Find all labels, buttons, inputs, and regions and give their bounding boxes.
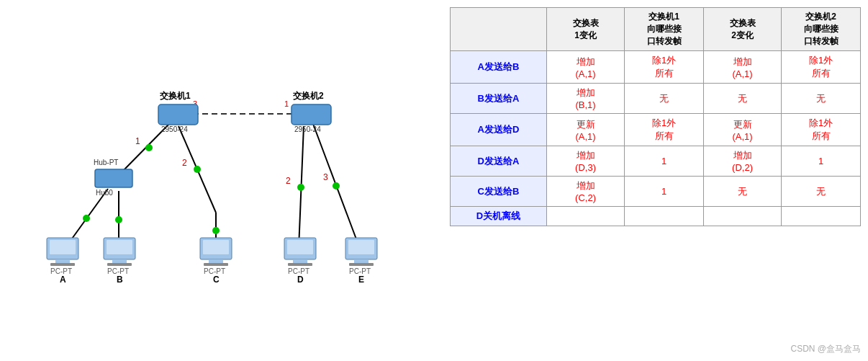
- sw2-change-cell: 增加(A,1): [704, 51, 782, 84]
- svg-rect-49: [287, 240, 313, 254]
- sw2-change-cell: 无: [704, 84, 782, 114]
- sw1-forward-cell: 1: [625, 177, 704, 207]
- col-header-sw1-forward: 交换机1向哪些接口转发帧: [625, 8, 704, 51]
- sw1-change-cell: 增加(A,1): [547, 51, 625, 84]
- sw1-change-cell: 更新(A,1): [547, 114, 625, 146]
- sw2-forward-cell: [782, 207, 861, 226]
- sw2-forward-cell: 无: [782, 177, 861, 207]
- svg-text:1: 1: [284, 99, 289, 108]
- svg-point-19: [333, 182, 340, 190]
- table-row: D发送给A 增加(D,3) 1 增加(D,2) 1: [451, 146, 861, 177]
- sw2-change-cell: 更新(A,1): [704, 114, 782, 146]
- svg-rect-50: [293, 259, 307, 263]
- diagram-area: 3 1 1 2 2: [0, 0, 446, 361]
- svg-rect-21: [158, 104, 198, 125]
- svg-text:E: E: [358, 275, 364, 285]
- watermark: CSDN @盒马盒马: [790, 343, 861, 355]
- action-cell: D关机离线: [451, 207, 547, 226]
- svg-point-4: [145, 144, 153, 151]
- svg-text:交换机2: 交换机2: [293, 91, 324, 101]
- svg-text:B: B: [117, 275, 123, 285]
- svg-rect-27: [95, 169, 132, 187]
- action-cell: C发送给B: [451, 177, 547, 207]
- sw1-forward-cell: 无: [625, 84, 704, 114]
- action-cell: A发送给D: [451, 114, 547, 146]
- sw1-forward-cell: 除1外所有: [625, 114, 704, 146]
- table-row: D关机离线: [451, 207, 861, 226]
- col-header-sw2-change: 交换表2变化: [704, 8, 782, 51]
- table-row: C发送给B 增加(C,2) 1 无 无: [451, 177, 861, 207]
- svg-text:3: 3: [323, 172, 328, 182]
- col-header-action: [451, 8, 547, 51]
- sw2-forward-cell: 无: [782, 84, 861, 114]
- svg-point-10: [83, 215, 90, 222]
- sw1-change-cell: 增加(C,2): [547, 177, 625, 207]
- col-header-sw1-change: 交换表1变化: [547, 8, 625, 51]
- svg-rect-51: [288, 263, 312, 266]
- sw2-change-cell: 增加(D,2): [704, 146, 782, 177]
- svg-point-14: [212, 227, 220, 234]
- svg-rect-45: [204, 263, 228, 266]
- svg-text:Hub-PT: Hub-PT: [94, 159, 118, 166]
- sw2-forward-cell: 除1外所有: [782, 114, 861, 146]
- sw2-change-cell: [704, 207, 782, 226]
- svg-text:2950-24: 2950-24: [294, 125, 321, 133]
- svg-rect-44: [209, 259, 223, 263]
- sw1-forward-cell: 1: [625, 146, 704, 177]
- svg-rect-24: [291, 104, 331, 125]
- table-row: A发送给D 更新(A,1) 除1外所有 更新(A,1) 除1外所有: [451, 114, 861, 146]
- switching-table: 交换表1变化 交换机1向哪些接口转发帧 交换表2变化 交换机2向哪些接口转发帧 …: [450, 7, 861, 226]
- action-cell: A发送给B: [451, 51, 547, 84]
- sw1-change-cell: 增加(B,1): [547, 84, 625, 114]
- col-header-sw2-forward: 交换机2向哪些接口转发帧: [782, 8, 861, 51]
- svg-point-16: [297, 184, 304, 191]
- svg-rect-43: [203, 240, 229, 254]
- svg-text:A: A: [60, 275, 66, 285]
- svg-point-7: [194, 166, 201, 173]
- svg-text:交换机1: 交换机1: [160, 91, 191, 101]
- svg-rect-38: [112, 259, 127, 263]
- svg-text:2: 2: [182, 158, 187, 168]
- svg-rect-33: [50, 263, 75, 266]
- sw1-forward-cell: [625, 207, 704, 226]
- sw1-forward-cell: 除1外所有: [625, 51, 704, 84]
- sw1-change-cell: [547, 207, 625, 226]
- table-row: A发送给B 增加(A,1) 除1外所有 增加(A,1) 除1外所有: [451, 51, 861, 84]
- sw2-forward-cell: 除1外所有: [782, 51, 861, 84]
- table-row: B发送给A 增加(B,1) 无 无 无: [451, 84, 861, 114]
- svg-rect-57: [349, 263, 374, 266]
- svg-text:1: 1: [135, 136, 140, 146]
- svg-text:D: D: [297, 275, 304, 285]
- svg-rect-32: [55, 259, 70, 263]
- sw1-change-cell: 增加(D,3): [547, 146, 625, 177]
- svg-text:2: 2: [286, 176, 291, 186]
- sw2-change-cell: 无: [704, 177, 782, 207]
- table-area: 交换表1变化 交换机1向哪些接口转发帧 交换表2变化 交换机2向哪些接口转发帧 …: [446, 0, 868, 361]
- svg-rect-39: [107, 263, 132, 266]
- svg-text:Hub0: Hub0: [96, 189, 113, 197]
- svg-rect-55: [348, 240, 374, 254]
- svg-rect-31: [50, 240, 76, 254]
- svg-rect-56: [354, 259, 369, 263]
- network-diagram-svg: 3 1 1 2 2: [0, 0, 446, 346]
- action-cell: D发送给A: [451, 146, 547, 177]
- svg-point-12: [115, 216, 122, 223]
- action-cell: B发送给A: [451, 84, 547, 114]
- svg-text:2950-24: 2950-24: [161, 125, 188, 133]
- svg-rect-37: [107, 240, 132, 254]
- svg-text:C: C: [213, 275, 220, 285]
- sw2-forward-cell: 1: [782, 146, 861, 177]
- main-container: 3 1 1 2 2: [0, 0, 868, 361]
